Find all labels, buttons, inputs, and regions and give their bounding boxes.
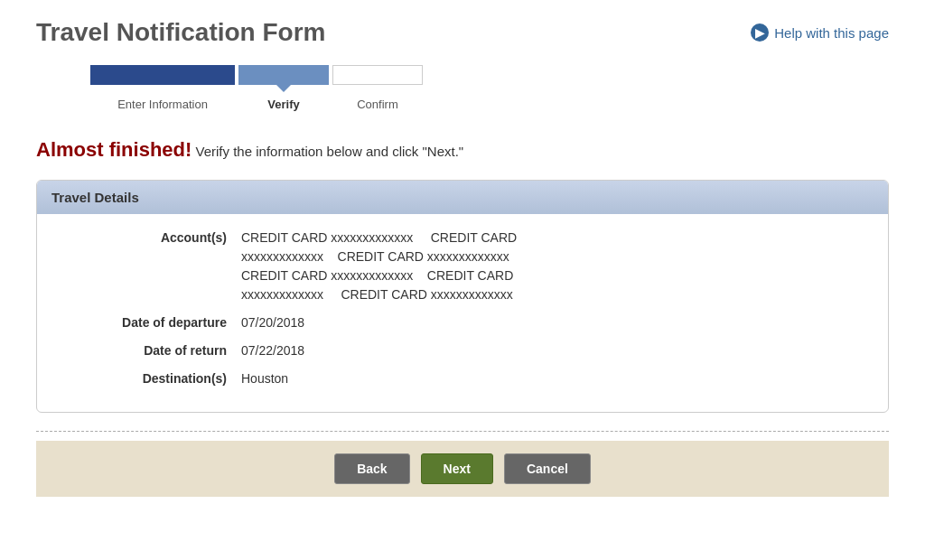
return-value: 07/22/2018 (241, 341, 304, 360)
step-label-confirm: Confirm (332, 98, 423, 111)
destination-value: Houston (241, 369, 288, 388)
page-header: Travel Notification Form ▶ Help with thi… (36, 18, 889, 47)
step-bar-verify (238, 65, 329, 85)
departure-value: 07/20/2018 (241, 313, 304, 332)
section-body: Account(s) CREDIT CARD xxxxxxxxxxxxx CRE… (37, 214, 888, 412)
step-bar-enter (90, 65, 235, 85)
destination-row: Destination(s) Houston (64, 369, 861, 388)
accounts-value: CREDIT CARD xxxxxxxxxxxxx CREDIT CARD xx… (241, 229, 517, 304)
departure-row: Date of departure 07/20/2018 (64, 313, 861, 332)
almost-finished-highlight: Almost finished! (36, 138, 192, 161)
step-bar-confirm (332, 65, 423, 85)
almost-finished-section: Almost finished! Verify the information … (36, 138, 889, 162)
progress-steps: Enter Information Verify Confirm (90, 65, 889, 111)
help-label: Help with this page (774, 25, 889, 41)
footer-buttons: Back Next Cancel (36, 441, 889, 497)
accounts-label: Account(s) (64, 229, 227, 245)
step-label-verify: Verify (238, 98, 329, 111)
return-row: Date of return 07/22/2018 (64, 341, 861, 360)
departure-label: Date of departure (64, 313, 227, 330)
next-button[interactable]: Next (421, 453, 493, 484)
cancel-button[interactable]: Cancel (504, 453, 591, 484)
help-link[interactable]: ▶ Help with this page (751, 23, 889, 42)
step-labels: Enter Information Verify Confirm (90, 98, 423, 111)
return-label: Date of return (64, 341, 227, 358)
destination-label: Destination(s) (64, 369, 227, 386)
help-icon: ▶ (751, 23, 769, 42)
step-label-enter: Enter Information (90, 98, 235, 111)
section-header: Travel Details (37, 181, 888, 214)
back-button[interactable]: Back (334, 453, 409, 484)
page-title: Travel Notification Form (36, 18, 326, 47)
progress-bars (90, 65, 423, 85)
travel-details-section: Travel Details Account(s) CREDIT CARD xx… (36, 180, 889, 413)
almost-finished-instruction: Verify the information below and click "… (196, 144, 464, 159)
divider (36, 431, 889, 432)
accounts-row: Account(s) CREDIT CARD xxxxxxxxxxxxx CRE… (64, 229, 861, 304)
